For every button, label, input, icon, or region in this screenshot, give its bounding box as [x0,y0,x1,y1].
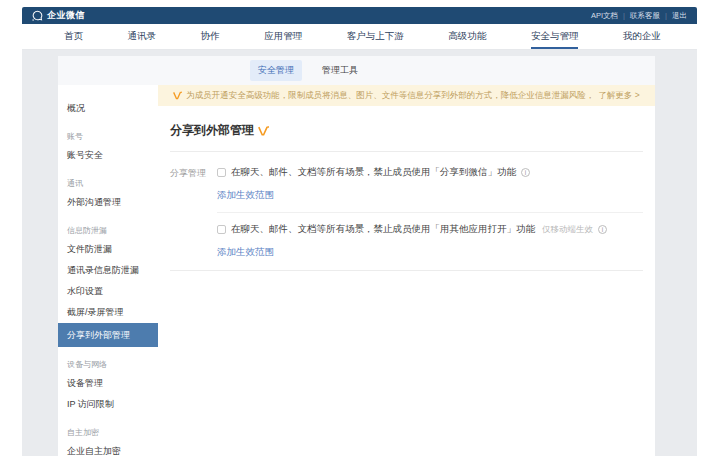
api-docs-link[interactable]: API文档 [591,11,618,21]
wechat-work-logo[interactable]: 企业微信 [32,9,85,22]
notice-text: 为成员开通安全高级功能，限制成员将消息、图片、文件等信息分享到外部的方式，降低企… [186,90,594,102]
share-to-wechat-checkbox[interactable] [217,168,226,177]
page-title: 分享到外部管理 [170,122,254,139]
content-area: 分享到外部管理 分享管理 在聊天、邮件、文档等所有场景，禁止成员使用「分享到微信… [158,106,655,456]
sidebar-section-info-leak-prevention: 信息防泄漏 [58,223,158,239]
divider [170,151,643,152]
sidebar-section-communication: 通讯 [58,176,158,192]
sidebar-section-device-network: 设备与网络 [58,357,158,373]
tab-security-management[interactable]: 安全管理 [250,60,302,81]
logo-text: 企业微信 [47,9,85,22]
sidebar-section-self-encryption: 自主加密 [58,425,158,441]
divider [170,270,643,271]
rule-check-line: 在聊天、邮件、文档等所有场景，禁止成员使用「分享到微信」功能 i [217,166,643,179]
add-scope-link[interactable]: 添加生效范围 [217,246,274,259]
page-background: 安全管理 管理工具 为成员开通安全高级功能，限制成员将消息、图片、文件等信息分享… [22,50,697,456]
sidebar-item-device-management[interactable]: 设备管理 [58,373,158,394]
logout-link[interactable]: 退出 [672,11,687,21]
nav-item-my-company[interactable]: 我的企业 [623,24,661,49]
info-icon[interactable]: i [521,168,530,177]
sidebar-section-account: 账号 [58,129,158,145]
topbar-links: API文档 | 联系客服 | 退出 [591,11,687,21]
sidebar-item-overview[interactable]: 概况 [58,98,158,119]
chat-bubble-icon [32,10,43,21]
sidebar-item-watermark-settings[interactable]: 水印设置 [58,281,158,302]
learn-more-link[interactable]: 了解更多 > [598,90,639,102]
section-label: 分享管理 [170,166,217,259]
share-management-section: 分享管理 在聊天、邮件、文档等所有场景，禁止成员使用「分享到微信」功能 i 添加… [170,166,643,259]
sidebar-item-share-to-external[interactable]: 分享到外部管理 [58,323,158,347]
nav-item-customers[interactable]: 客户与上下游 [347,24,404,49]
rule-note: 仅移动端生效 [542,224,593,236]
rule-check-line: 在聊天、邮件、文档等所有场景，禁止成员使用「用其他应用打开」功能 仅移动端生效 … [217,223,643,236]
nav-item-contacts[interactable]: 通讯录 [128,24,157,49]
upgrade-notice-bar: 为成员开通安全高级功能，限制成员将消息、图片、文件等信息分享到外部的方式，降低企… [158,85,655,106]
info-icon[interactable]: i [598,225,607,234]
premium-v-icon [173,91,182,100]
sidebar-item-contacts-leak-prevention[interactable]: 通讯录信息防泄漏 [58,260,158,281]
settings-sidebar: 概况 账号 账号安全 通讯 外部沟通管理 信息防泄漏 文件防泄漏 通讯录信息防泄… [58,85,158,456]
nav-item-advanced-features[interactable]: 高级功能 [448,24,486,49]
open-with-other-app-checkbox[interactable] [217,225,226,234]
sidebar-item-screenshot-management[interactable]: 截屏/录屏管理 [58,302,158,323]
add-scope-link[interactable]: 添加生效范围 [217,189,274,202]
rules-column: 在聊天、邮件、文档等所有场景，禁止成员使用「分享到微信」功能 i 添加生效范围 … [217,166,643,259]
premium-v-icon [258,126,269,136]
nav-item-home[interactable]: 首页 [64,24,83,49]
sidebar-item-ip-access-restriction[interactable]: IP 访问限制 [58,394,158,415]
sidebar-item-enterprise-self-encryption[interactable]: 企业自主加密 [58,441,158,456]
sidebar-item-file-leak-prevention[interactable]: 文件防泄漏 [58,239,158,260]
separator: | [623,11,625,20]
nav-item-collaboration[interactable]: 协作 [201,24,220,49]
rule-share-to-wechat: 在聊天、邮件、文档等所有场景，禁止成员使用「分享到微信」功能 i 添加生效范围 [217,166,643,202]
tab-bar: 安全管理 管理工具 [58,56,655,85]
main-nav: 首页 通讯录 协作 应用管理 客户与上下游 高级功能 安全与管理 我的企业 [22,24,697,50]
main-panel: 安全管理 管理工具 为成员开通安全高级功能，限制成员将消息、图片、文件等信息分享… [58,56,655,456]
page-title-row: 分享到外部管理 [170,122,643,139]
divider [217,212,643,213]
tab-management-tools[interactable]: 管理工具 [314,60,366,81]
admin-console: 企业微信 API文档 | 联系客服 | 退出 首页 通讯录 协作 应用管理 客户… [22,7,697,456]
contact-support-link[interactable]: 联系客服 [630,11,660,21]
rule-label: 在聊天、邮件、文档等所有场景，禁止成员使用「分享到微信」功能 [231,166,516,179]
top-bar: 企业微信 API文档 | 联系客服 | 退出 [22,7,697,24]
sidebar-item-external-communication[interactable]: 外部沟通管理 [58,192,158,213]
nav-item-security-management[interactable]: 安全与管理 [531,24,579,49]
sidebar-item-account-security[interactable]: 账号安全 [58,145,158,166]
rule-open-with-other-app: 在聊天、邮件、文档等所有场景，禁止成员使用「用其他应用打开」功能 仅移动端生效 … [217,223,643,259]
nav-item-app-management[interactable]: 应用管理 [264,24,302,49]
separator: | [665,11,667,20]
rule-label: 在聊天、邮件、文档等所有场景，禁止成员使用「用其他应用打开」功能 [231,223,535,236]
